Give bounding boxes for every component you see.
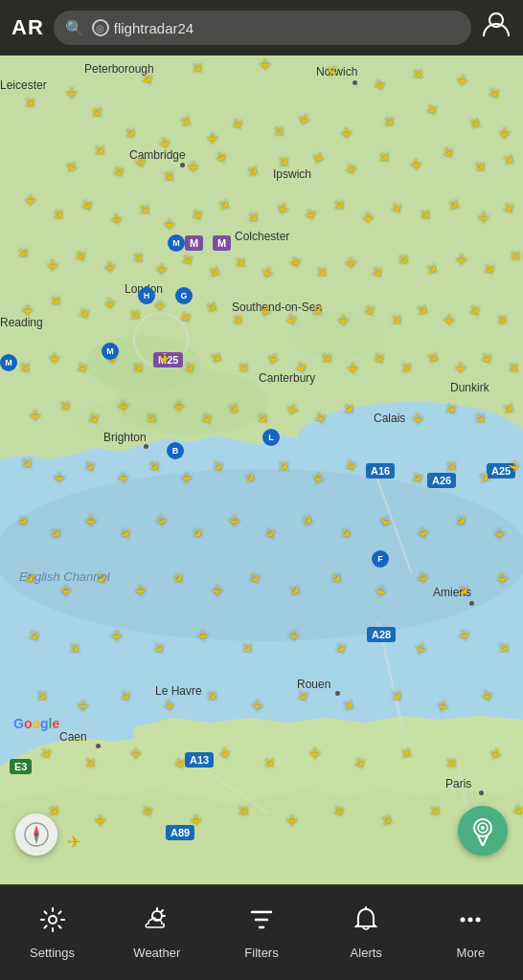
svg-point-5 <box>0 469 523 641</box>
plane-near-compass: ✈ <box>67 832 81 853</box>
plane-icon-171[interactable]: ✈ <box>492 571 512 586</box>
svg-point-34 <box>476 917 481 922</box>
plane-icon-51[interactable]: ✈ <box>358 211 377 225</box>
plane-icon-35[interactable]: ✈ <box>406 157 425 171</box>
plane-icon-131[interactable]: ✈ <box>50 472 68 484</box>
nav-more[interactable]: More <box>419 906 523 960</box>
svg-line-29 <box>161 910 163 912</box>
city-paris: Paris <box>445 777 471 791</box>
plane-icon-135[interactable]: ✈ <box>177 472 195 484</box>
plane-icon-92[interactable]: ✈ <box>440 314 458 326</box>
plane-icon-22[interactable]: ✈ <box>495 127 513 140</box>
airport-pin-france[interactable]: F <box>372 550 389 571</box>
dot-caen <box>96 744 101 748</box>
plane-icon-200[interactable]: ✈ <box>306 747 324 760</box>
flightradar-logo: ◎ flightradar24 <box>92 19 193 36</box>
plane-icon-28[interactable]: ✈ <box>184 161 202 173</box>
plane-icon-96[interactable]: ✈ <box>45 352 63 365</box>
road-badge-m1: M <box>185 235 203 251</box>
nav-alerts[interactable]: Alerts <box>314 906 419 960</box>
plane-icon-88[interactable]: ✈ <box>333 313 352 327</box>
road-badge-e3: E3 <box>10 759 32 774</box>
city-canterbury: Canterbury <box>259 371 315 385</box>
weather-label: Weather <box>133 946 180 960</box>
plane-icon-39[interactable]: ✈ <box>21 194 39 207</box>
airport-pin-brighton[interactable]: B <box>167 442 184 463</box>
airport-pin-heathrow[interactable]: H <box>138 287 155 308</box>
fr-circle-icon: ◎ <box>92 19 109 36</box>
plane-icon-114[interactable]: ✈ <box>26 410 44 422</box>
airport-pin-stansted[interactable]: M <box>168 234 185 256</box>
plane-icon-158[interactable]: ✈ <box>489 526 509 541</box>
more-icon <box>457 906 484 940</box>
plane-icon-126[interactable]: ✈ <box>408 412 427 426</box>
ar-button[interactable]: AR <box>11 15 44 40</box>
plane-icon-184[interactable]: ✈ <box>74 700 92 712</box>
city-calais: Calais <box>374 412 405 425</box>
city-colchester: Colchester <box>235 230 289 243</box>
alerts-label: Alerts <box>351 946 382 960</box>
plane-icon-58[interactable]: ✈ <box>43 259 61 272</box>
svg-point-25 <box>481 826 485 830</box>
plane-icon-111[interactable]: ✈ <box>451 362 469 374</box>
search-icon: 🔍 <box>65 19 84 37</box>
settings-label: Settings <box>30 946 75 960</box>
plane-icon-44[interactable]: ✈ <box>160 218 178 231</box>
airport-pin-gatwick[interactable]: G <box>175 287 193 308</box>
dot-amiens <box>469 601 474 606</box>
city-dunkirk: Dunkirk <box>450 381 489 394</box>
filters-icon <box>250 906 273 940</box>
plane-icon-151[interactable]: ✈ <box>225 515 243 527</box>
top-bar: AR 🔍 ◎ flightradar24 <box>0 0 523 56</box>
plane-icon-188[interactable]: ✈ <box>248 700 266 712</box>
more-label: More <box>457 946 486 960</box>
road-badge-m2: M <box>213 235 231 251</box>
badge-button[interactable] <box>458 806 508 856</box>
plane-icon-55[interactable]: ✈ <box>474 212 492 224</box>
svg-point-26 <box>49 916 57 924</box>
plane-icon-144[interactable]: ✈ <box>505 460 523 473</box>
airport-pin-lydd[interactable]: L <box>262 429 280 450</box>
plane-icon-1[interactable]: ✈ <box>62 87 80 100</box>
plane-icon-69[interactable]: ✈ <box>341 256 360 270</box>
nav-weather[interactable]: Weather <box>104 906 209 960</box>
plane-icon-206[interactable]: ✈ <box>91 814 109 827</box>
plane-icon-147[interactable]: ✈ <box>81 515 100 527</box>
city-brighton: Brighton <box>103 431 147 444</box>
plane-icon-196[interactable]: ✈ <box>126 747 145 760</box>
compass-button[interactable] <box>15 813 57 856</box>
dot-rouen <box>335 691 340 696</box>
filters-label: Filters <box>244 946 278 960</box>
plane-icon-62[interactable]: ✈ <box>152 263 171 276</box>
weather-icon <box>143 906 171 940</box>
plane-icon-76[interactable]: ✈ <box>18 304 36 317</box>
plane-icon-210[interactable]: ✈ <box>283 814 301 827</box>
google-label: Google <box>13 716 59 731</box>
airport-pin-london[interactable]: M <box>0 354 17 375</box>
plane-icon-14[interactable]: ✈ <box>203 132 221 145</box>
plane-icon-119[interactable]: ✈ <box>170 400 188 412</box>
svg-point-32 <box>461 917 466 922</box>
search-bar[interactable]: 🔍 ◎ flightradar24 <box>54 11 471 45</box>
city-lehavre: Le Havre <box>155 684 202 698</box>
svg-point-33 <box>468 917 473 922</box>
nav-settings[interactable]: Settings <box>0 906 104 960</box>
plane-icon-160[interactable]: ✈ <box>57 585 75 597</box>
nav-filters[interactable]: Filters <box>209 906 313 960</box>
bottom-nav: Settings Weather Filters <box>0 884 523 980</box>
airport-pin-london2[interactable]: M <box>102 343 119 364</box>
plane-icon-100[interactable]: ✈ <box>155 352 173 365</box>
plane-icon-164[interactable]: ✈ <box>208 585 226 597</box>
plane-icon-178[interactable]: ✈ <box>284 630 303 642</box>
dot-norwich <box>352 80 357 85</box>
city-caen: Caen <box>59 730 87 744</box>
plane-icon-107[interactable]: ✈ <box>343 361 362 375</box>
plane-icon-174[interactable]: ✈ <box>107 630 125 642</box>
dot-paris <box>479 791 484 795</box>
plane-icon-5[interactable]: ✈ <box>256 58 274 71</box>
road-badge-a16: A16 <box>366 463 395 479</box>
alerts-icon <box>353 906 378 940</box>
settings-icon <box>39 906 66 940</box>
plane-icon-73[interactable]: ✈ <box>452 254 470 266</box>
user-icon[interactable] <box>481 10 512 47</box>
